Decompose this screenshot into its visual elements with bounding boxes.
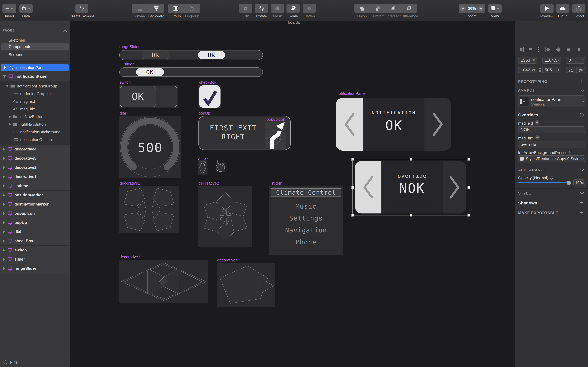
filter-label[interactable]: Filter (10, 360, 19, 365)
opacity-slider-thumb[interactable] (567, 181, 571, 185)
export-button[interactable] (572, 4, 585, 13)
msgtitle-input[interactable]: override (518, 141, 585, 148)
checkbox[interactable] (199, 85, 221, 108)
right-nav-button[interactable] (443, 161, 466, 213)
view-button[interactable] (488, 4, 502, 13)
chevron-down-icon[interactable] (580, 89, 584, 92)
zoom-out-button[interactable]: − (460, 6, 465, 11)
layer-row-notificationOutline[interactable]: notificationOutline (0, 136, 70, 143)
disclosure-right-icon[interactable] (3, 175, 5, 178)
layer-row-artboard[interactable]: positionMarker (0, 191, 70, 200)
add-prototyping-button[interactable]: + (579, 78, 583, 84)
notification-panel-instance[interactable]: override NOK (355, 161, 466, 213)
artboard-label-popupIcon[interactable]: popupIcon (267, 117, 285, 122)
artboard-label-decorative1[interactable]: decorative1 (120, 181, 140, 186)
disclosure-right-icon[interactable] (3, 203, 5, 206)
disclosure-right-icon[interactable] (9, 115, 11, 118)
symbol-select[interactable]: ‹ NOTIFICATION OK › notificationPanel Sy… (518, 95, 585, 107)
disclosure-right-icon[interactable] (3, 239, 5, 243)
reset-overrides-icon[interactable] (579, 113, 584, 117)
scale-button[interactable] (286, 4, 300, 13)
resize-handle-nw[interactable] (351, 158, 354, 161)
list-item[interactable]: Navigation (269, 226, 343, 234)
layer-row-underlineGraphic[interactable]: underlineGraphic (0, 90, 70, 98)
artboard-label-switch[interactable]: switch (120, 80, 131, 85)
y-field[interactable]: 1164,5Y (542, 57, 561, 64)
align-h-right-icon[interactable] (565, 47, 571, 53)
resize-handle-se[interactable] (467, 214, 470, 217)
flatten-button[interactable] (303, 4, 316, 13)
resize-handle-n[interactable] (410, 158, 412, 161)
decorative3-artboard[interactable] (119, 260, 208, 303)
layer-row-group[interactable]: notificationPanelGroup (0, 82, 70, 90)
layer-row-notificationPanel[interactable]: notificationPanel (0, 72, 70, 81)
artboard-label-slider[interactable]: slider (124, 62, 134, 67)
resize-handle-s[interactable] (410, 214, 412, 217)
layer-row-artboard[interactable]: destinationMarker (0, 200, 70, 209)
disclosure-right-icon[interactable] (9, 123, 11, 126)
resize-handle-ne[interactable] (467, 158, 470, 161)
data-badge-icon[interactable] (535, 135, 540, 140)
popupicon-artboard[interactable] (265, 122, 286, 149)
layer-row-artboard[interactable]: popUp (0, 218, 70, 227)
dial-artboard[interactable]: 500 (119, 116, 181, 178)
opacity-value-field[interactable]: 100% (573, 179, 585, 186)
resize-handle-sw[interactable] (351, 214, 354, 217)
layer-row-artboard[interactable]: slider (0, 255, 70, 264)
artboard-label-rangeSlider[interactable]: rangeSlider (119, 44, 140, 49)
layer-row-artboard[interactable]: popupIcon (0, 209, 70, 218)
resize-handle-e[interactable] (467, 186, 470, 189)
chevron-down-icon[interactable] (580, 192, 584, 194)
range-slider-thumb-left[interactable]: OK (142, 51, 169, 59)
cloud-button[interactable] (556, 4, 570, 13)
canvas[interactable]: boards rangeSlider OK OK slider OK switc… (70, 21, 515, 367)
left-nav-button[interactable] (336, 98, 363, 151)
decorative1-artboard[interactable] (119, 186, 179, 233)
intersect-button[interactable] (386, 4, 401, 13)
range-slider-thumb-right[interactable]: OK (198, 51, 225, 59)
disclosure-right-icon[interactable] (3, 193, 5, 197)
slider-thumb[interactable]: OK (136, 68, 164, 76)
align-left-icon[interactable] (519, 47, 524, 53)
artboard-label-notificationPanel[interactable]: notificationPanel (337, 91, 366, 96)
subtract-button[interactable] (370, 4, 385, 13)
layer-row-artboard[interactable]: switch (0, 246, 70, 255)
forward-button[interactable] (132, 4, 148, 13)
disclosure-down-icon[interactable] (6, 85, 9, 87)
page-item-screens[interactable]: Screens (1, 51, 69, 58)
switch-handle[interactable]: OK (120, 86, 156, 107)
rotate-button[interactable] (255, 4, 268, 13)
x-field[interactable]: 1953X (518, 57, 537, 64)
width-field[interactable]: 1042W (518, 67, 537, 73)
disclosure-right-icon[interactable] (3, 157, 5, 160)
lock-icon[interactable] (538, 67, 542, 73)
artboard-label-decorative4[interactable]: decorative4 (217, 258, 238, 263)
disclosure-right-icon[interactable] (3, 267, 5, 270)
destination-marker-artboard[interactable] (198, 160, 208, 175)
slider[interactable]: OK (119, 67, 263, 77)
artboard-label-popUp[interactable]: popUp (199, 111, 210, 116)
data-badge-icon[interactable] (535, 120, 539, 125)
layer-row-artboard[interactable]: checkBox (0, 236, 70, 246)
layer-row-artboard[interactable]: rangeSlider (0, 264, 70, 273)
flip-horizontal-button[interactable] (566, 67, 575, 73)
layer-row-leftNavButton[interactable]: leftNavButton (0, 113, 70, 120)
left-nav-button-pressed[interactable] (355, 161, 381, 213)
stepper-icon[interactable] (550, 175, 553, 180)
difference-button[interactable] (401, 4, 417, 13)
list-item-selected[interactable]: Climate Control (271, 188, 341, 197)
create-symbol-button[interactable] (75, 4, 88, 13)
layer-row-artboard[interactable]: decorative4 (0, 145, 70, 154)
layer-row-artboard[interactable]: decorative3 (0, 154, 70, 163)
add-shadow-button[interactable]: + (579, 199, 583, 206)
add-page-button[interactable]: + (55, 27, 59, 33)
align-h-left-icon[interactable] (545, 47, 551, 53)
layer-row-notificationBackground[interactable]: notificationBackground (0, 128, 70, 136)
chevron-down-icon[interactable] (580, 168, 584, 171)
layer-row-artboard[interactable]: listItem (0, 181, 70, 191)
height-field[interactable]: 505H (542, 67, 561, 73)
make-exportable-button[interactable]: + (579, 209, 583, 216)
list-item[interactable]: Music (269, 203, 343, 210)
layer-row-msgTitle[interactable]: Aa msgTitle (0, 105, 70, 113)
right-nav-button[interactable] (424, 98, 451, 151)
